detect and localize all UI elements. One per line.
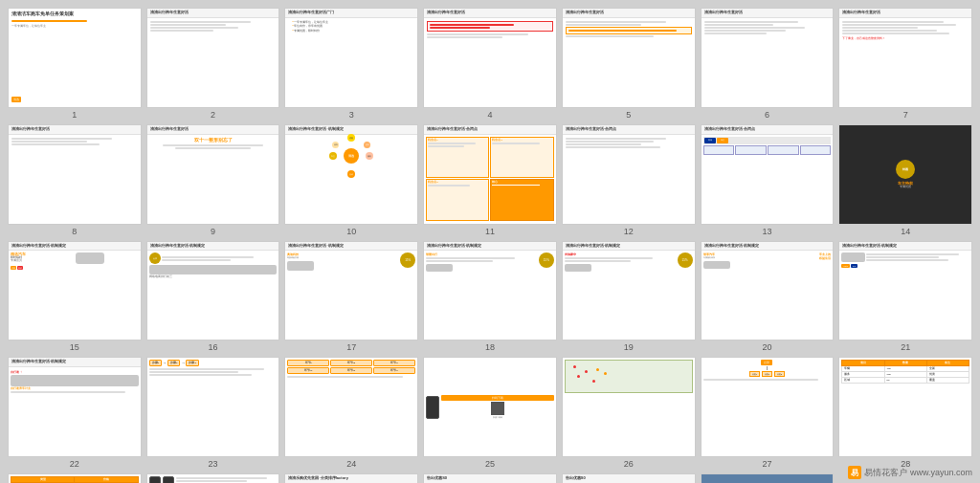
slides-grid: 清清洁车跑车免单任务策划案 一车专属车位，让每位车主 清选 1 清清出行跨年生意… xyxy=(8,8,972,483)
slide-wrapper-27: 总部 分区1 分区2 分区3 xyxy=(701,357,835,469)
slide-num-12: 12 xyxy=(624,227,634,236)
slide-24[interactable]: 环节A 环节B 环节C 环节D 环节E 环节F xyxy=(284,357,418,457)
slide-27[interactable]: 总部 分区1 分区2 分区3 xyxy=(701,357,835,457)
slide-wrapper-31: 清清乐购优先贫困·分类排序factory 好货 特价 甄选 31 xyxy=(284,473,418,483)
slide-5[interactable]: 清清出行跨年生意好活 xyxy=(562,8,696,108)
slide-2[interactable]: 清清出行跨年生意好活 xyxy=(146,8,280,108)
slide-wrapper-24: 环节A 环节B 环节C 环节D 环节E 环节F xyxy=(284,357,418,469)
slide-12-body xyxy=(563,135,695,151)
slide-wrapper-20: 清清出行跨年生意好活·机制规定 智享汽车 专属服务体系 车主上的权益生活 20 xyxy=(701,241,835,353)
slide-1-title: 清清洁车跑车免单任务策划案 xyxy=(11,11,138,17)
slide-wrapper-4: 清清出行跨年生意好活 4 xyxy=(423,8,557,120)
slide-10[interactable]: 清清出行跨年生意好活·机制规定 清选 优惠 活动 车主 服务 停车 洗车 xyxy=(284,124,418,225)
slide-29[interactable]: 类型价格 基础¥99 高级¥199 尊享¥399 企业面议 xyxy=(8,473,142,483)
slide-wrapper-25: 扫码下载 扫描二维码 25 xyxy=(423,357,557,469)
slide-3-body: 一车专属车位，让每位车主 车位有价，停车有优惠 专属优惠，限时特价 xyxy=(285,18,417,35)
slide-num-4: 4 xyxy=(487,110,492,120)
slide-wrapper-30: 30 xyxy=(146,473,280,483)
slide-9[interactable]: 清清出行跨年生意好活 双十一整形别忘了 xyxy=(146,124,280,225)
slide-20-title: 清清出行跨年生意好活·机制规定 xyxy=(702,242,834,252)
slide-2-title: 清清出行跨年生意好活 xyxy=(147,9,279,18)
slide-7[interactable]: 清清出行跨年生意好活 下了乘业，自己成这些整套资料！ xyxy=(838,8,972,108)
slide-wrapper-16: 清清出行跨年生意好活·机制规定 金牌 网络电商排行前三 xyxy=(146,241,280,353)
slide-wrapper-15: 清清出行跨年生意好活·机制规定 精选汽车 限时福利 专属会员 优惠 xyxy=(8,241,142,353)
slide-num-13: 13 xyxy=(762,227,771,236)
slide-11[interactable]: 清清出行跨年生意好活·合闭点 机会点1 机会点2 机会点3 xyxy=(423,124,557,225)
slide-10-diagram: 清选 优惠 活动 车主 服务 停车 洗车 xyxy=(285,135,417,178)
slide-18-body: 智慧出行 15% xyxy=(424,251,556,274)
slide-wrapper-11: 清清出行跨年生意好活·合闭点 机会点1 机会点2 机会点3 xyxy=(423,124,557,236)
slide-num-10: 10 xyxy=(346,227,356,236)
slide-num-2: 2 xyxy=(211,110,215,120)
slide-23-body: 步骤1 → 步骤2 → 步骤3 xyxy=(147,358,279,456)
slide-num-18: 18 xyxy=(485,342,495,352)
slide-num-25: 25 xyxy=(485,459,495,469)
slide-8-title: 清清出行跨年生意好活 xyxy=(9,125,141,135)
slide-num-22: 22 xyxy=(70,459,79,469)
slide-num-23: 23 xyxy=(209,459,218,469)
slide-num-24: 24 xyxy=(346,459,356,469)
slide-wrapper-9: 清清出行跨年生意好活 双十一整形别忘了 9 xyxy=(146,124,280,236)
slide-2-body xyxy=(147,18,279,34)
slide-22[interactable]: 清清出行跨年生意好活·机制规定 自行速 ↑ 自行速养车计主 xyxy=(8,357,142,457)
slide-8[interactable]: 清清出行跨年生意好活 xyxy=(8,124,142,225)
slide-30[interactable] xyxy=(146,473,280,483)
slide-34[interactable]: THANK YOU xyxy=(701,473,835,483)
slide-30-body xyxy=(147,474,279,483)
slide-31-title: 清清乐购优先贫困·分类排序factory xyxy=(285,474,417,483)
slide-6-title: 清清出行跨年生意好活 xyxy=(702,9,834,18)
slide-wrapper-14: 特惠 车主特权 专属优惠 14 xyxy=(838,124,972,236)
slide-wrapper-32: 告出优惠S0 32 xyxy=(423,473,557,483)
slide-wrapper-33: 告出优惠S0 核心优惠政策 限时折扣活动 会员专属权益 积分兑换规则 33 xyxy=(562,473,696,483)
slide-3[interactable]: 清清出行跨年生意好活广门 一车专属车位，让每位车主 车位有价，停车有优惠 专属优… xyxy=(284,8,418,108)
slide-wrapper-34: THANK YOU 34 xyxy=(701,473,835,483)
slide-20[interactable]: 清清出行跨年生意好活·机制规定 智享汽车 专属服务体系 车主上的权益生活 xyxy=(701,241,835,341)
slide-22-title: 清清出行跨年生意好活·机制规定 xyxy=(9,358,141,367)
slide-6[interactable]: 清清出行跨年生意好活 xyxy=(701,8,835,108)
slide-22-body: 自行速 ↑ 自行速养车计主 xyxy=(9,367,141,396)
slide-26-body xyxy=(563,358,695,456)
slide-wrapper-23: 步骤1 → 步骤2 → 步骤3 23 xyxy=(146,357,280,469)
slide-9-title: 清清出行跨年生意好活 xyxy=(147,125,279,135)
slide-32[interactable]: 告出优惠S0 xyxy=(423,473,557,483)
slide-25[interactable]: 扫码下载 扫描二维码 xyxy=(423,357,557,457)
slide-28[interactable]: 项目数量备注 车辆100全新 服务200优质 区域50覆盖 xyxy=(838,357,972,457)
slide-31[interactable]: 清清乐购优先贫困·分类排序factory 好货 特价 甄选 xyxy=(284,473,418,483)
slide-18[interactable]: 清清出行跨年生意好活·机制规定 智慧出行 15% xyxy=(423,241,557,341)
slide-26[interactable] xyxy=(562,357,696,457)
slide-wrapper-10: 清清出行跨年生意好活·机制规定 清选 优惠 活动 车主 服务 停车 洗车 xyxy=(284,124,418,236)
watermark-text: 易情花客户 www.yayun.com xyxy=(864,467,972,479)
slide-wrapper-18: 清清出行跨年生意好活·机制规定 智慧出行 15% 18 xyxy=(423,241,557,353)
slide-23[interactable]: 步骤1 → 步骤2 → 步骤3 xyxy=(146,357,280,457)
slide-wrapper-19: 清清出行跨年生意好活·机制规定 奔驰豪华 15% 19 xyxy=(562,241,696,353)
slide-wrapper-6: 清清出行跨年生意好活 6 xyxy=(701,8,835,120)
slide-wrapper-5: 清清出行跨年生意好活 5 xyxy=(562,8,696,120)
slide-9-body: 双十一整形别忘了 xyxy=(147,135,279,152)
slide-21[interactable]: 清清出行跨年生意好活·机制规定 Hertz eHi xyxy=(838,241,972,341)
slide-6-body xyxy=(702,18,834,37)
slide-4[interactable]: 清清出行跨年生意好活 xyxy=(423,8,557,108)
slide-15[interactable]: 清清出行跨年生意好活·机制规定 精选汽车 限时福利 专属会员 优惠 xyxy=(8,241,142,341)
slide-num-26: 26 xyxy=(624,459,634,469)
slide-1[interactable]: 清清洁车跑车免单任务策划案 一车专属车位，让每位车主 清选 xyxy=(8,8,142,108)
slide-19[interactable]: 清清出行跨年生意好活·机制规定 奔驰豪华 15% xyxy=(562,241,696,341)
slide-num-8: 8 xyxy=(72,227,77,236)
slide-17[interactable]: 清清出行跨年生意好活·机制规定 奥迪科技 驾驶体验升级 15% xyxy=(284,241,418,341)
slide-13[interactable]: 清清出行跨年生意好活·合闭点 商城 淘宝 xyxy=(701,124,835,225)
slide-num-3: 3 xyxy=(349,110,354,120)
slide-num-6: 6 xyxy=(765,110,769,120)
slide-14[interactable]: 特惠 车主特权 专属优惠 xyxy=(838,124,972,225)
slide-15-body: 精选汽车 限时福利 专属会员 xyxy=(9,251,141,266)
slide-29-body: 类型价格 基础¥99 高级¥199 尊享¥399 企业面议 xyxy=(9,474,141,483)
slide-5-body xyxy=(563,18,695,40)
slide-num-19: 19 xyxy=(624,342,634,352)
slide-num-20: 20 xyxy=(762,342,771,352)
slide-num-11: 11 xyxy=(485,227,495,236)
slide-18-title: 清清出行跨年生意好活·机制规定 xyxy=(424,242,556,252)
slide-28-body: 项目数量备注 车辆100全新 服务200优质 区域50覆盖 xyxy=(839,358,971,456)
slide-33[interactable]: 告出优惠S0 核心优惠政策 限时折扣活动 会员专属权益 积分兑换规则 xyxy=(562,473,696,483)
slide-wrapper-1: 清清洁车跑车免单任务策划案 一车专属车位，让每位车主 清选 1 xyxy=(8,8,142,120)
slide-12[interactable]: 清清出行跨年生意好活·合闭点 xyxy=(562,124,696,225)
slide-16[interactable]: 清清出行跨年生意好活·机制规定 金牌 网络电商排行前三 xyxy=(146,241,280,341)
watermark: 易 易情花客户 www.yayun.com xyxy=(848,466,972,479)
